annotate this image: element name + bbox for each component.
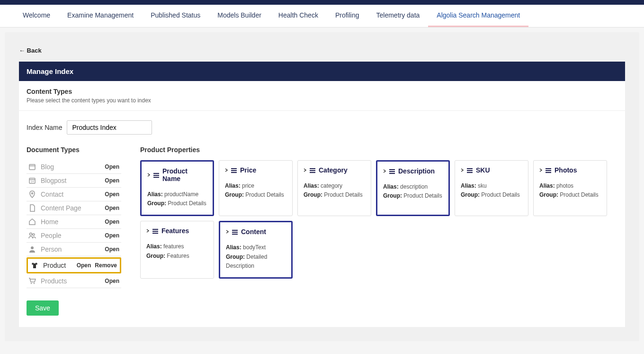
property-card-title: Content bbox=[226, 228, 286, 236]
doctype-open-button[interactable]: Open bbox=[105, 177, 119, 184]
property-card-bodyText[interactable]: ContentAlias: bodyTextGroup: Detailed De… bbox=[219, 221, 293, 279]
group-label: Group: bbox=[147, 200, 166, 207]
property-title-text: Description bbox=[398, 167, 435, 175]
property-meta: Alias: featuresGroup: Features bbox=[146, 242, 208, 260]
top-bar bbox=[0, 0, 644, 5]
doctype-item-people[interactable]: PeopleOpen bbox=[27, 229, 121, 243]
list-icon bbox=[545, 167, 552, 173]
calendar-num-icon: 14 bbox=[28, 177, 36, 184]
chevron-right-icon bbox=[383, 169, 386, 174]
doctype-item-content-page[interactable]: Content PageOpen bbox=[27, 201, 121, 215]
group-label: Group: bbox=[304, 191, 322, 198]
property-card-sku[interactable]: SKUAlias: skuGroup: Product Details bbox=[455, 160, 528, 216]
property-title-text: Category bbox=[319, 166, 348, 174]
doctype-label: People bbox=[41, 232, 62, 239]
tab-health-check[interactable]: Health Check bbox=[270, 5, 327, 27]
group-label: Group: bbox=[146, 253, 165, 259]
doctype-item-products[interactable]: ProductsOpen bbox=[27, 274, 121, 288]
property-card-title: Description bbox=[383, 167, 443, 175]
property-card-price[interactable]: PriceAlias: priceGroup: Product Details bbox=[219, 160, 293, 216]
section-description: Content Types Please select the content … bbox=[19, 81, 625, 111]
doctype-item-contact[interactable]: ContactOpen bbox=[27, 188, 121, 201]
chevron-right-icon bbox=[146, 228, 149, 234]
doctype-open-button[interactable]: Open bbox=[105, 205, 119, 211]
alias-label: Alias: bbox=[146, 243, 162, 250]
svg-rect-0 bbox=[29, 164, 35, 170]
property-title-text: Product Name bbox=[162, 167, 207, 182]
property-title-text: SKU bbox=[476, 166, 490, 174]
doctype-open-button[interactable]: Open bbox=[105, 232, 119, 239]
property-meta: Alias: priceGroup: Product Details bbox=[225, 182, 286, 200]
group-label: Group: bbox=[461, 191, 480, 198]
doctype-open-button[interactable]: Open bbox=[105, 218, 119, 225]
group-label: Group: bbox=[225, 191, 244, 198]
doctype-open-button[interactable]: Open bbox=[77, 262, 91, 269]
doctype-label: Home bbox=[41, 218, 58, 226]
svg-text:14: 14 bbox=[31, 180, 34, 183]
chevron-right-icon bbox=[226, 229, 229, 235]
document-types-heading: Document Types bbox=[27, 146, 121, 154]
group-value: Features bbox=[167, 253, 189, 259]
property-card-category[interactable]: CategoryAlias: categoryGroup: Product De… bbox=[297, 160, 371, 216]
list-icon bbox=[309, 167, 316, 173]
alias-label: Alias: bbox=[226, 244, 242, 251]
doctype-open-button[interactable]: Open bbox=[105, 278, 119, 284]
section-subtitle: Please select the content types you want… bbox=[27, 97, 617, 104]
properties-column: Product Properties Product NameAlias: pr… bbox=[140, 146, 617, 316]
person-icon bbox=[28, 245, 36, 253]
property-card-description[interactable]: DescriptionAlias: descriptionGroup: Prod… bbox=[376, 160, 450, 216]
doctype-item-product[interactable]: ProductOpenRemove bbox=[27, 257, 121, 273]
group-value: Product Details bbox=[403, 192, 442, 199]
doctype-item-blogpost[interactable]: 14BlogpostOpen bbox=[27, 174, 121, 188]
property-card-title: Category bbox=[304, 166, 365, 174]
tab-welcome[interactable]: Welcome bbox=[14, 5, 59, 27]
alias-value: productName bbox=[164, 191, 198, 198]
shirt-icon bbox=[31, 262, 38, 269]
section-title: Content Types bbox=[27, 88, 617, 95]
property-meta: Alias: photosGroup: Product Details bbox=[539, 182, 601, 200]
alias-value: description bbox=[400, 183, 428, 190]
tab-models-builder[interactable]: Models Builder bbox=[209, 5, 270, 27]
alias-label: Alias: bbox=[225, 182, 241, 189]
home-icon bbox=[28, 218, 36, 226]
tab-profiling[interactable]: Profiling bbox=[327, 5, 368, 27]
cart-icon bbox=[28, 277, 36, 285]
doctype-label: Product bbox=[43, 262, 66, 269]
doctype-remove-button[interactable]: Remove bbox=[95, 262, 117, 269]
tab-telemetry-data[interactable]: Telemetry data bbox=[368, 5, 429, 27]
list-icon bbox=[152, 228, 159, 234]
doctype-item-person[interactable]: PersonOpen bbox=[27, 243, 121, 256]
doctype-label: Products bbox=[41, 277, 67, 285]
property-card-photos[interactable]: PhotosAlias: photosGroup: Product Detail… bbox=[533, 160, 607, 216]
index-name-input[interactable] bbox=[67, 120, 152, 135]
tab-examine-management[interactable]: Examine Management bbox=[59, 5, 142, 27]
alias-value: photos bbox=[556, 182, 573, 189]
tab-published-status[interactable]: Published Status bbox=[142, 5, 209, 27]
alias-value: category bbox=[321, 182, 342, 189]
pin-icon bbox=[28, 191, 36, 198]
property-card-title: Photos bbox=[539, 166, 601, 174]
doctype-open-button[interactable]: Open bbox=[105, 191, 119, 198]
property-title-text: Content bbox=[241, 228, 266, 236]
alias-value: bodyText bbox=[243, 244, 266, 251]
alias-label: Alias: bbox=[383, 183, 399, 190]
svg-point-9 bbox=[31, 283, 32, 284]
svg-point-6 bbox=[30, 233, 32, 236]
list-icon bbox=[153, 172, 160, 178]
alias-label: Alias: bbox=[539, 182, 555, 189]
file-icon bbox=[28, 204, 36, 212]
back-link[interactable]: ← Back bbox=[19, 47, 42, 54]
save-button[interactable]: Save bbox=[27, 300, 59, 316]
property-card-productName[interactable]: Product NameAlias: productNameGroup: Pro… bbox=[140, 160, 214, 216]
property-card-features[interactable]: FeaturesAlias: featuresGroup: Features bbox=[140, 221, 214, 279]
doctype-open-button[interactable]: Open bbox=[105, 163, 119, 170]
group-value: Product Details bbox=[245, 191, 284, 198]
tab-algolia-search-management[interactable]: Algolia Search Management bbox=[428, 5, 528, 27]
page-header: Manage Index bbox=[19, 62, 625, 81]
doctype-open-button[interactable]: Open bbox=[105, 246, 119, 253]
people-icon bbox=[28, 232, 36, 239]
property-meta: Alias: productNameGroup: Product Details bbox=[147, 190, 207, 208]
group-value: Product Details bbox=[324, 191, 362, 198]
doctype-item-blog[interactable]: BlogOpen bbox=[27, 160, 121, 174]
doctype-item-home[interactable]: HomeOpen bbox=[27, 215, 121, 229]
